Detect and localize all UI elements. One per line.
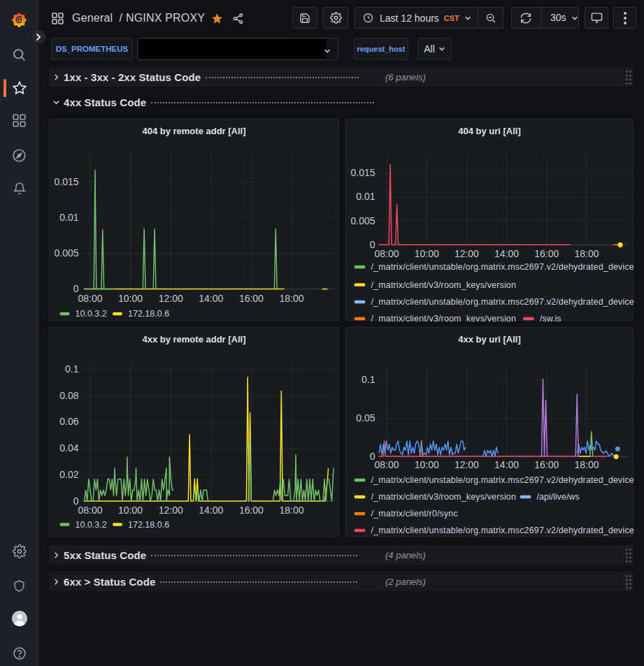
svg-text:14:00: 14:00 <box>494 459 519 470</box>
svg-text:0.1: 0.1 <box>65 363 79 375</box>
svg-text:0.005: 0.005 <box>54 247 78 259</box>
svg-text:/_matrix/client/unstable/org.m: /_matrix/client/unstable/org.matrix.msc2… <box>371 262 634 272</box>
svg-text:10:00: 10:00 <box>118 505 143 516</box>
svg-text:08:00: 08:00 <box>374 459 399 470</box>
svg-text:/_matrix/client/unstable/org.m: /_matrix/client/unstable/org.matrix.msc2… <box>371 526 634 535</box>
svg-text:0.015: 0.015 <box>54 176 78 187</box>
svg-text:10.0.3.2: 10.0.3.2 <box>76 309 107 319</box>
svg-text:/_matrix/client/r0/sync: /_matrix/client/r0/sync <box>371 509 458 519</box>
svg-text:12:00: 12:00 <box>455 248 479 259</box>
svg-text:0.06: 0.06 <box>59 416 78 427</box>
svg-text:/_matrix/client/unstable/org.m: /_matrix/client/unstable/org.matrix.msc2… <box>371 475 634 485</box>
svg-text:10:00: 10:00 <box>415 248 439 259</box>
svg-text:16:00: 16:00 <box>239 293 264 304</box>
svg-text:/_matrix/client/v3/room_keys/v: /_matrix/client/v3/room_keys/version <box>371 314 517 321</box>
svg-text:0.04: 0.04 <box>59 442 78 454</box>
svg-text:0.01: 0.01 <box>59 212 78 223</box>
svg-text:/sw.js: /sw.js <box>540 314 561 321</box>
svg-text:18:00: 18:00 <box>279 505 303 516</box>
svg-text:18:00: 18:00 <box>279 293 303 304</box>
svg-text:0.05: 0.05 <box>356 412 375 424</box>
svg-text:08:00: 08:00 <box>78 505 102 516</box>
svg-text:0.015: 0.015 <box>350 167 375 178</box>
svg-text:16:00: 16:00 <box>534 248 559 259</box>
svg-text:16:00: 16:00 <box>534 459 559 470</box>
svg-text:172.18.0.6: 172.18.0.6 <box>128 309 169 319</box>
svg-text:0.01: 0.01 <box>356 191 375 202</box>
svg-text:/_matrix/client/v3/room_keys/v: /_matrix/client/v3/room_keys/version <box>371 280 517 290</box>
svg-text:0.02: 0.02 <box>59 469 78 480</box>
svg-text:12:00: 12:00 <box>159 293 183 304</box>
svg-text:18:00: 18:00 <box>574 248 599 259</box>
svg-text:/_matrix/client/unstable/org.m: /_matrix/client/unstable/org.matrix.msc2… <box>371 297 634 307</box>
svg-text:14:00: 14:00 <box>199 505 223 516</box>
svg-text:/api/live/ws: /api/live/ws <box>537 492 580 502</box>
svg-text:14:00: 14:00 <box>494 248 519 259</box>
svg-text:14:00: 14:00 <box>199 293 223 304</box>
svg-text:08:00: 08:00 <box>374 248 399 259</box>
svg-text:08:00: 08:00 <box>78 293 102 304</box>
svg-text:0.08: 0.08 <box>59 390 78 401</box>
svg-text:12:00: 12:00 <box>455 459 479 470</box>
svg-text:/_matrix/client/v3/room_keys/v: /_matrix/client/v3/room_keys/version <box>371 492 517 502</box>
svg-text:0.005: 0.005 <box>350 215 375 226</box>
svg-text:0.1: 0.1 <box>362 374 375 385</box>
svg-text:10.0.3.2: 10.0.3.2 <box>76 520 107 530</box>
svg-text:10:00: 10:00 <box>118 293 143 304</box>
svg-text:12:00: 12:00 <box>159 505 183 516</box>
svg-text:16:00: 16:00 <box>239 505 264 516</box>
svg-text:10:00: 10:00 <box>415 459 439 470</box>
svg-text:172.18.0.6: 172.18.0.6 <box>128 520 169 530</box>
svg-text:18:00: 18:00 <box>574 459 599 470</box>
